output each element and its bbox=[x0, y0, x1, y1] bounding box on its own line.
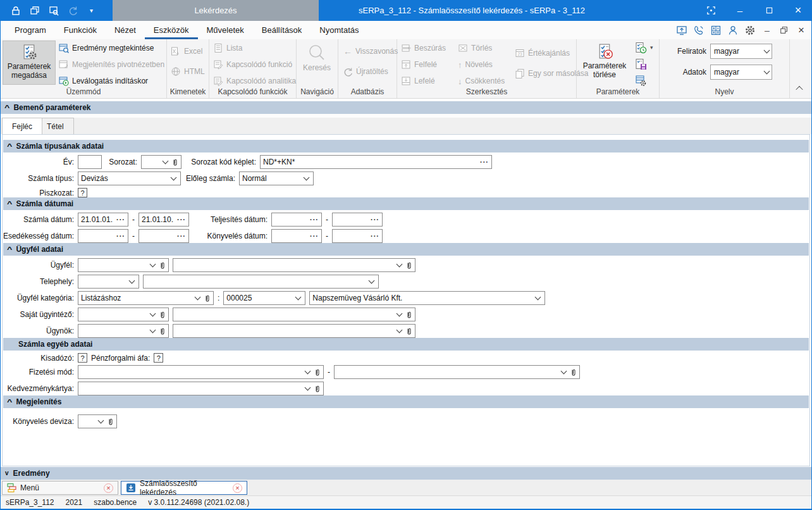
focus-mode-icon[interactable] bbox=[704, 4, 718, 18]
parameterek-torlese-button[interactable]: Paraméterek törlése bbox=[580, 40, 629, 86]
szamla-tipus-select[interactable]: Devizás bbox=[78, 171, 181, 185]
fizetesi-mod-ig-select[interactable] bbox=[334, 365, 580, 379]
window-stack-icon[interactable] bbox=[28, 4, 40, 16]
kapcsolodo-funkcio-button: Kapcsolódó funkció bbox=[213, 58, 292, 71]
feliratok-select[interactable]: magyar bbox=[710, 44, 772, 59]
ellipsis-button[interactable]: ··· bbox=[310, 233, 319, 240]
sorozat-select[interactable] bbox=[141, 155, 181, 169]
maximize-button[interactable] bbox=[762, 4, 776, 18]
section-header-szamla-tipusanak-adatai[interactable]: ^ Számla típusának adatai bbox=[3, 140, 809, 152]
ellipsis-button[interactable]: ··· bbox=[310, 216, 319, 223]
calculator-icon[interactable] bbox=[710, 24, 722, 37]
phone-icon[interactable] bbox=[692, 24, 705, 37]
person-icon[interactable] bbox=[727, 24, 739, 37]
ugynok-kod-select[interactable] bbox=[78, 324, 169, 338]
close-tab-icon[interactable]: × bbox=[104, 483, 113, 493]
row-ugyfel: Ügyfél: bbox=[3, 258, 809, 272]
row-esedekesseg-datum: Esedékesség dátum: ··· - ··· Könyvelés d… bbox=[3, 229, 809, 243]
ugynok-label: Ügynök: bbox=[3, 327, 74, 335]
ev-input[interactable] bbox=[78, 155, 102, 169]
sajat-ugyintezo-nev-select[interactable] bbox=[173, 308, 415, 321]
menu-nyomtatas[interactable]: Nyomtatás bbox=[311, 21, 367, 39]
ellipsis-button[interactable]: ··· bbox=[371, 233, 379, 240]
section-header-eredmeny[interactable]: v Eredmény bbox=[1, 467, 811, 480]
task-tab-szamlaosszesito[interactable]: Számlaösszesítő lekérdezés × bbox=[121, 481, 247, 495]
ugyfel-kategoria-select[interactable]: Listázáshoz bbox=[78, 291, 214, 305]
minimize-button[interactable]: – bbox=[733, 4, 747, 18]
adatok-select[interactable]: magyar bbox=[710, 65, 772, 80]
close-button[interactable]: × bbox=[791, 4, 805, 18]
ellipsis-button[interactable]: ··· bbox=[116, 233, 125, 240]
task-tab-menu[interactable]: Menü × bbox=[2, 481, 118, 495]
ellipsis-button[interactable]: ··· bbox=[177, 233, 186, 240]
document-tab-lekerdezes[interactable]: Lekérdezés bbox=[113, 0, 319, 21]
group-caption-parameterek: Paraméterek bbox=[577, 87, 659, 96]
eredmeny-megtekintese-button[interactable]: Eredmény megtekintése bbox=[59, 42, 154, 54]
tab-fejlec[interactable]: Fejléc bbox=[2, 118, 42, 134]
ribbon-group-szerkesztes: Beszúrás Felfelé Lefelé Törlés bbox=[397, 39, 577, 98]
konyveles-deviza-select[interactable] bbox=[78, 414, 117, 428]
ellipsis-button[interactable]: ··· bbox=[480, 159, 489, 166]
child-restore-button[interactable] bbox=[778, 24, 790, 37]
kisadozo-checkbox[interactable]: ? bbox=[78, 353, 87, 363]
parameter-settings-button[interactable] bbox=[635, 74, 647, 87]
parameter-schedule-button[interactable]: ▾ bbox=[635, 41, 653, 54]
window-controls: – × bbox=[704, 0, 805, 21]
ellipsis-button[interactable]: ··· bbox=[177, 216, 186, 223]
gear-icon[interactable] bbox=[744, 24, 756, 37]
kategoria-nev-select[interactable]: Napszemüveg Vásárló Kft. bbox=[309, 291, 545, 305]
ribbon-group-adatbazis: ← Visszavonás Újratöltés Adatbázis bbox=[338, 39, 397, 98]
menu-eszkozok[interactable]: Eszközök bbox=[145, 21, 198, 39]
close-tab-icon[interactable]: × bbox=[233, 483, 242, 493]
section-header-bemeno-parameterek[interactable]: ^ Bemenő paraméterek bbox=[1, 101, 811, 114]
sajat-ugyintezo-kod-select[interactable] bbox=[78, 308, 169, 321]
levalogatas-inditaskor-button[interactable]: Leválogatás indításkor bbox=[59, 75, 148, 87]
sorozat-kod-keplet-input[interactable]: ND*+KN* ··· bbox=[260, 155, 492, 169]
ugyfel-kod-select[interactable] bbox=[78, 258, 169, 272]
ellipsis-button[interactable]: ··· bbox=[371, 216, 379, 223]
kedvezmenykartya-select[interactable] bbox=[78, 382, 324, 395]
menu-program[interactable]: Program bbox=[6, 21, 55, 39]
pivot-view-icon bbox=[59, 59, 69, 70]
esedekesseg-datum-tol-input[interactable]: ··· bbox=[78, 229, 128, 243]
section-header-szamla-egyeb-adatai[interactable]: Számla egyéb adatai bbox=[3, 338, 809, 351]
parameter-save-button[interactable] bbox=[635, 58, 647, 70]
export-window-icon[interactable] bbox=[675, 24, 688, 37]
colon-separator: : bbox=[218, 294, 219, 302]
menu-beallitasok[interactable]: Beállítások bbox=[253, 21, 311, 39]
szamla-datum-ig-input[interactable]: 21.01.10.··· bbox=[138, 213, 189, 227]
section-header-megjelenites[interactable]: ^ Megjelenítés bbox=[3, 395, 809, 408]
ugyfel-nev-select[interactable] bbox=[173, 258, 415, 272]
section-header-ugyfel-adatai[interactable]: ^ Ügyfél adatai bbox=[3, 243, 809, 256]
penzforgalmi-afa-checkbox[interactable]: ? bbox=[154, 353, 163, 363]
teljesites-datum-ig-input[interactable]: ··· bbox=[332, 213, 383, 227]
toolbar-caret-icon[interactable]: ▾ bbox=[85, 4, 97, 16]
konyveles-datum-tol-input[interactable]: ··· bbox=[271, 229, 322, 243]
fizetesi-mod-tol-select[interactable] bbox=[78, 365, 324, 379]
menu-funkciok[interactable]: Funkciók bbox=[55, 21, 106, 39]
kategoria-kod-select[interactable]: 000025 bbox=[223, 291, 305, 305]
ugynok-nev-select[interactable] bbox=[173, 324, 415, 338]
esedekesseg-datum-ig-input[interactable]: ··· bbox=[138, 229, 189, 243]
szamla-datum-tol-input[interactable]: 21.01.01.··· bbox=[78, 213, 128, 227]
lock-icon[interactable] bbox=[9, 4, 22, 16]
parameterek-megadasa-button[interactable]: Paraméterek megadása bbox=[3, 40, 56, 85]
window-search-icon[interactable] bbox=[47, 4, 59, 16]
eloleg-szamla-select[interactable]: Normál bbox=[239, 171, 314, 185]
ribbon-collapse-button[interactable] bbox=[797, 86, 803, 92]
undo-arrow-icon: ← bbox=[343, 46, 352, 56]
konyveles-datum-ig-input[interactable]: ··· bbox=[332, 229, 383, 243]
teljesites-datum-tol-input[interactable]: ··· bbox=[271, 213, 322, 227]
child-close-button[interactable]: × bbox=[795, 24, 808, 37]
form-tabstrip: Fejléc Tétel bbox=[1, 118, 811, 134]
ellipsis-button[interactable]: ··· bbox=[116, 216, 125, 223]
menu-muveletek[interactable]: Műveletek bbox=[198, 21, 253, 39]
telephely-kod-select[interactable] bbox=[78, 275, 139, 289]
piszkozat-checkbox[interactable]: ? bbox=[78, 188, 87, 197]
globe-icon bbox=[171, 66, 181, 77]
insert-row-icon bbox=[401, 43, 411, 53]
telephely-nev-select[interactable] bbox=[143, 275, 379, 289]
section-header-szamla-datumai[interactable]: ^ Számla dátumai bbox=[3, 197, 809, 210]
child-minimize-button[interactable]: – bbox=[761, 24, 773, 37]
menu-nezet[interactable]: Nézet bbox=[106, 21, 145, 39]
